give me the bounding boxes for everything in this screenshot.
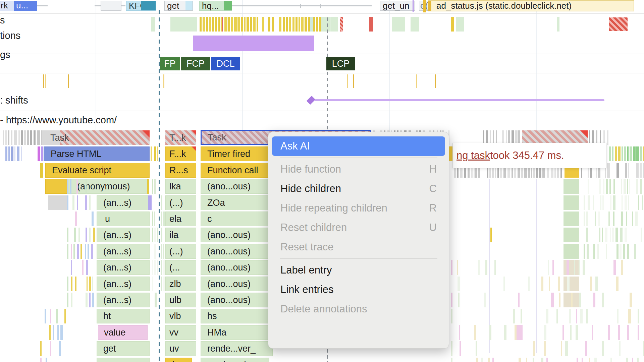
menu-item-link-entries[interactable]: Link entries [272,280,445,299]
cpu-activity-block [170,17,197,32]
network-request[interactable] [101,1,121,11]
menu-item-label: Reset children [280,218,347,237]
activity-stripe [37,130,40,145]
flame-entry-label: zlb [169,277,181,291]
timing-marker-dcl[interactable]: DCL [211,57,240,70]
cpu-activity-block [321,17,330,32]
cpu-scripting-stripe [279,17,281,32]
track-label-layout-shifts[interactable]: : shifts [0,95,28,106]
timing-marker-lcp[interactable]: LCP [326,57,355,70]
activity-stripe [41,130,42,145]
interaction-stripe [41,146,43,161]
activity-stripe [89,293,90,307]
activity-stripe [451,260,452,275]
activity-stripe [625,228,627,242]
activity-stripe [492,358,494,362]
cpu-scripting-stripe [250,17,252,32]
timing-marker-fcp[interactable]: FCP [181,57,210,70]
activity-stripe [73,244,75,259]
activity-stripe [585,341,587,356]
activity-stripe [476,341,477,356]
main-task-entry[interactable] [48,195,68,210]
activity-stripe [624,146,626,161]
activity-stripe [567,260,569,275]
menu-item-label-entry[interactable]: Label entry [272,260,445,280]
track-label-main-thread[interactable]: - https://www.youtube.com/ [0,115,117,126]
activity-stripe [594,358,597,362]
activity-stripe [154,146,156,161]
flame-entry-label: ela [169,212,181,226]
activity-stripe [612,146,613,161]
layout-shift-duration-line [315,99,604,101]
flame-entry-label: rende...ver_ [207,341,256,356]
activity-stripe [618,146,621,161]
activity-stripe [76,179,78,194]
activity-stripe [570,325,572,340]
cpu-scripting-stripe [272,17,274,32]
activity-stripe [11,130,12,145]
activity-stripe [27,130,29,145]
main-task-entry[interactable] [97,212,150,226]
menu-item-hide-children[interactable]: Hide childrenC [272,179,445,198]
network-request-label: get [167,1,179,11]
menu-item-ask-ai[interactable]: Ask AI [272,136,445,156]
activity-stripe [590,277,592,291]
flame-entry-label: uv [169,341,179,356]
activity-stripe [616,277,618,291]
track-label-timings[interactable]: gs [0,49,10,60]
activity-stripe [621,260,623,275]
layout-shift-marker[interactable] [307,96,316,105]
activity-stripe [551,293,554,307]
menu-item-label: Reset trace [280,237,334,257]
network-request[interactable]: hq... [199,1,232,11]
timing-tick [43,74,44,88]
activity-stripe [632,212,633,226]
flame-entry-label: Task [50,130,69,145]
track-separator [0,34,644,34]
activity-stripe [609,146,611,161]
activity-stripe [588,179,589,194]
main-task-entry[interactable] [60,130,150,145]
activity-stripe [21,146,22,161]
activity-stripe [5,130,7,145]
network-request-selected[interactable]: ad_status.js (static.doubleclick.net) [428,0,634,11]
activity-stripe [574,260,575,275]
activity-stripe [458,277,460,291]
activity-stripe [154,244,156,259]
flame-entry-label: (...) [169,244,183,259]
main-task-entry[interactable] [45,179,68,194]
timing-marker-fp[interactable]: FP [160,57,180,70]
network-request[interactable]: KFOr [126,1,156,11]
network-whisker-tick [320,4,321,8]
cpu-scripting-stripe [241,17,243,32]
menu-separator [280,158,437,158]
activity-stripe [602,228,603,242]
timing-tick [68,74,69,88]
activity-stripe [80,244,82,259]
activity-stripe [70,179,72,194]
activity-stripe [459,325,460,340]
activity-stripe [577,358,578,362]
network-request[interactable]: get [164,1,193,11]
flame-entry-label: get [103,358,116,362]
interaction-bar[interactable] [193,36,314,51]
network-request[interactable]: rku... [0,1,37,11]
activity-stripe [3,130,4,145]
activity-stripe [163,277,165,291]
activity-stripe [161,244,162,259]
activity-stripe [161,277,162,291]
track-label-interactions[interactable]: tions [0,30,20,41]
function-call-block [564,277,579,291]
activity-stripe [56,309,58,323]
network-request[interactable]: get_un [380,1,415,11]
long-task-link[interactable]: ng task [457,149,490,162]
menu-item-shortcut: U [429,218,437,237]
activity-stripe [589,358,590,362]
activity-stripe [518,293,520,307]
activity-stripe [640,179,642,194]
cpu-scripting-stripe [283,17,285,32]
activity-stripe [57,325,59,340]
activity-stripe [580,309,582,323]
track-label-cpu[interactable]: s [0,15,5,26]
activity-stripe [576,309,577,323]
